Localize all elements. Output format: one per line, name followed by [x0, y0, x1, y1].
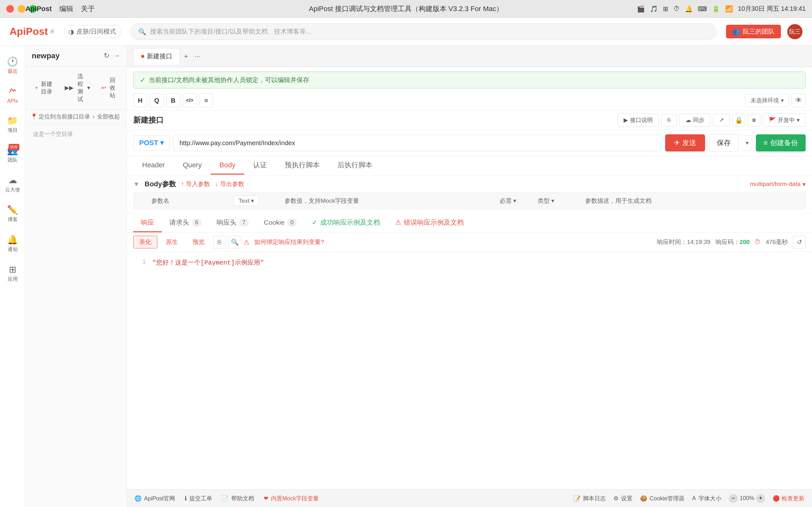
api-desc-btn[interactable]: ▶ 接口说明 — [618, 113, 659, 127]
send-btn[interactable]: ✈ 发送 — [665, 134, 705, 152]
resp-tab-success[interactable]: ✓ 成功响应示例及文档 — [304, 214, 388, 232]
sidebar-item-apis[interactable]: APIs — [1, 82, 24, 108]
format-h-btn[interactable]: H — [133, 94, 147, 107]
tab-auth[interactable]: 认证 — [244, 156, 276, 175]
website-icon: 🌐 — [135, 495, 142, 502]
status-feedback[interactable]: ℹ 提交工单 — [185, 495, 212, 502]
status-update[interactable]: 🔴 检查更新 — [773, 495, 804, 502]
recycle-label: 回收站 — [108, 76, 117, 99]
notify-label: 通知 — [8, 246, 18, 253]
menu-edit[interactable]: 编辑 — [59, 4, 73, 14]
copy-response-btn[interactable]: ⎘ — [213, 236, 226, 248]
tab-post-script[interactable]: 后执行脚本 — [328, 156, 381, 175]
status-website[interactable]: 🌐 ApiPost官网 — [135, 495, 175, 502]
resp-tab-response[interactable]: 响应 — [133, 214, 162, 232]
sidebar-item-recent[interactable]: 🕐 最近 — [1, 52, 24, 79]
zoom-minus-btn[interactable]: − — [729, 494, 738, 503]
bind-var-label: 如何绑定响应结果到变量? — [254, 238, 324, 246]
resp-meta: 响应时间：14:19:39 响应码：200 ⏱ 476毫秒 ↺ — [657, 236, 806, 248]
blog-icon: ✏️ — [7, 205, 18, 215]
preview-btn[interactable]: 预览 — [187, 236, 211, 248]
menu-about[interactable]: 关于 — [81, 4, 95, 14]
copy-btn[interactable]: ⎘ — [661, 114, 677, 126]
minimize-btn[interactable] — [18, 5, 26, 13]
resp-headers-count: 7 — [239, 219, 249, 227]
search-response-btn[interactable]: 🔍 — [229, 236, 241, 248]
refresh-resp-btn[interactable]: ↺ — [793, 236, 806, 248]
beautify-btn[interactable]: 美化 — [133, 236, 157, 248]
recycle-btn[interactable]: ↩ 回收站 — [97, 74, 121, 102]
tab-body[interactable]: Body — [211, 157, 244, 175]
status-mock[interactable]: ❤ 内置Mock字段变量 — [264, 495, 319, 502]
sidebar-item-cloud[interactable]: ☁ 云大使 — [1, 170, 24, 198]
more-tabs-btn[interactable]: ··· — [192, 50, 203, 63]
add-tab-btn[interactable]: + — [182, 50, 191, 63]
apps-label: 应用 — [8, 276, 18, 283]
env-selector[interactable]: 未选择环境 ▾ — [745, 94, 789, 107]
sync-btn[interactable]: ☁ 同步 — [679, 113, 711, 127]
new-dir-btn[interactable]: + 新建目录 — [31, 78, 58, 98]
save-dropdown-btn[interactable]: ▾ — [743, 135, 752, 151]
tab-query[interactable]: Query — [174, 157, 211, 175]
theme-toggle-btn[interactable]: ◑ 皮肤/日间模式 — [64, 25, 121, 38]
tab-new-api[interactable]: 新建接口 — [133, 48, 180, 65]
list-btn[interactable]: ≡ — [748, 114, 760, 126]
form-type-selector[interactable]: multipart/form-data ▾ — [750, 181, 806, 188]
status-cookie-mgr[interactable]: 🍪 Cookie管理器 — [640, 495, 684, 502]
format-b-btn[interactable]: B — [166, 94, 180, 107]
backup-icon: ≡ — [763, 139, 768, 147]
resp-tab-req-headers[interactable]: 请求头 6 — [162, 214, 209, 232]
dev-status-btn[interactable]: 🚩 开发中 ▾ — [763, 113, 806, 127]
method-selector[interactable]: POST ▾ — [133, 135, 170, 151]
save-btn[interactable]: 保存 — [709, 134, 739, 152]
sidebar-item-team[interactable]: 👥 协作 团队 — [1, 141, 24, 168]
notice-bar: ✓ 当前接口/文档尚未被其他协作人员锁定，可以编辑并保存 — [133, 72, 806, 89]
locate-btn[interactable]: 📍 定位到当前接口目录 — [31, 113, 90, 120]
export-params-btn[interactable]: ↓ 导出参数 — [215, 180, 244, 188]
expand-btn[interactable]: → — [113, 52, 120, 60]
resp-tab-resp-headers[interactable]: 响应头 7 — [209, 214, 256, 232]
raw-btn[interactable]: 原生 — [160, 236, 184, 248]
sidebar-item-apps[interactable]: ⊞ 应用 — [1, 260, 24, 287]
sidebar-item-blog[interactable]: ✏️ 博客 — [1, 200, 24, 228]
body-collapse-btn[interactable]: ▼ — [133, 181, 140, 188]
url-input[interactable] — [173, 135, 661, 151]
status-font-size[interactable]: A 字体大小 — [692, 495, 721, 502]
format-q-btn[interactable]: Q — [150, 94, 164, 107]
user-avatar[interactable]: 阮三 — [787, 24, 803, 39]
window-title: ApiPost 接口调试与文档管理工具（构建版本 V3.2.3 For Mac） — [309, 4, 503, 14]
status-settings[interactable]: ⚙ 设置 — [613, 495, 632, 502]
response-tabs: 响应 请求头 6 响应头 7 Cookie 0 ✓ 成功响应示例及文档 ⚠ 错误… — [127, 214, 812, 233]
sidebar-item-project[interactable]: 📁 项目 — [1, 111, 24, 138]
preview-toggle-btn[interactable]: 👁 — [792, 94, 806, 107]
flow-test-btn[interactable]: ▶▶ 流程测试 ▾ — [60, 70, 95, 106]
tab-header[interactable]: Header — [133, 157, 174, 175]
resp-tab-cookie[interactable]: Cookie 0 — [256, 214, 304, 232]
format-list-btn[interactable]: ≡ — [199, 94, 213, 107]
status-help[interactable]: 📄 帮助文档 — [222, 495, 254, 502]
system-tray: 🎬🎵⊞⏱🔔⌨🔋📶 10月30日 周五 14:19:41 — [637, 4, 806, 13]
search-bar[interactable]: 🔍 搜索当前团队下的项目/接口/以及帮助文档、技术博客等... — [131, 23, 716, 40]
status-log[interactable]: 📝 脚本日志 — [573, 495, 606, 502]
close-btn[interactable] — [6, 5, 14, 13]
sidebar-item-notify[interactable]: 🔔 通知 — [1, 230, 24, 257]
create-backup-btn[interactable]: ≡ 创建备份 — [756, 134, 806, 152]
format-code-btn[interactable]: </> — [183, 94, 197, 107]
collapse-all-btn[interactable]: 全部收起 — [97, 113, 120, 120]
lock-btn[interactable]: 🔒 — [732, 114, 745, 126]
text-type-btn[interactable]: Text ▾ — [234, 195, 259, 206]
line-content-1: "您好！这是一个[Payment]示例应用" — [152, 258, 264, 267]
user-team-badge[interactable]: 👥 阮三的团队 — [726, 25, 781, 38]
zoom-plus-btn[interactable]: + — [756, 494, 765, 503]
resp-code: 响应码：200 — [716, 238, 750, 246]
resp-tab-error[interactable]: ⚠ 错误响应示例及文档 — [388, 214, 471, 232]
refresh-btn[interactable]: ↻ — [104, 52, 109, 60]
api-title-actions: ▶ 接口说明 ⎘ ☁ 同步 ↗ 🔒 ≡ 🚩 开发中 ▾ — [618, 113, 806, 127]
menu-apipost[interactable]: ApiPost — [26, 5, 52, 13]
col-type: Text ▾ — [234, 195, 285, 206]
bind-var-link[interactable]: 如何绑定响应结果到变量? — [254, 238, 324, 246]
share-btn[interactable]: ↗ — [713, 114, 730, 126]
import-params-btn[interactable]: ↑ 导入参数 — [181, 180, 210, 188]
tab-pre-script[interactable]: 预执行脚本 — [276, 156, 328, 175]
send-label: 发送 — [682, 138, 696, 148]
